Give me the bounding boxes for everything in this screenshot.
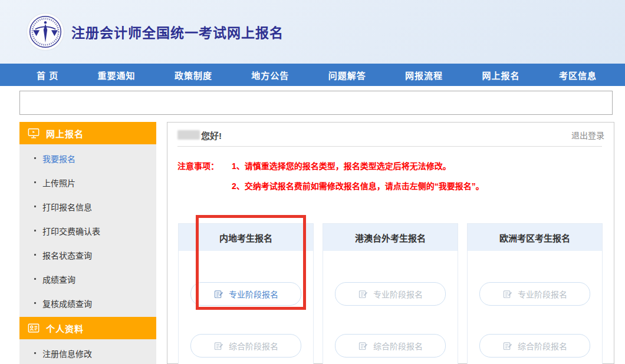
bullet-icon (34, 157, 36, 159)
nav-item-registration-process[interactable]: 网报流程 (405, 69, 443, 81)
sidebar-section-title: 网上报名 (46, 127, 84, 140)
card-europe-exam-area-candidates: 欧洲考区考生报名 专业阶段报名 综合阶段报名 (467, 223, 603, 364)
sidebar-item-upload-photo[interactable]: 上传照片 (19, 170, 156, 194)
professional-stage-button[interactable]: 专业阶段报名 (335, 282, 446, 306)
sidebar-item-score-query[interactable]: 成绩查询 (19, 267, 156, 291)
main-panel: 您好! 退出登录 注意事项： 1、请慎重选择您的报名类型，报名类型选定后将无法修… (167, 122, 614, 364)
id-card-icon (27, 322, 40, 335)
greeting-text: 您好! (201, 129, 222, 141)
nav-item-exam-area-info[interactable]: 考区信息 (559, 69, 597, 81)
comprehensive-stage-button[interactable]: 综合阶段报名 (190, 334, 301, 358)
document-edit-icon (502, 341, 512, 351)
greeting-bar: 您好! 退出登录 (167, 123, 614, 146)
nav-item-home[interactable]: 首 页 (37, 69, 58, 81)
notice-line-2: 2、交纳考试报名费前如需修改报名信息，请点击左侧的“我要报名”。 (232, 180, 484, 191)
nav-item-online-registration[interactable]: 网上报名 (482, 69, 520, 81)
comprehensive-stage-button[interactable]: 综合阶段报名 (335, 334, 446, 358)
sidebar-item-registration-status-query[interactable]: 报名状态查询 (19, 243, 156, 267)
registration-cards: 内地考生报名 专业阶段报名 综合阶段报名 (167, 191, 614, 364)
site-header: 注册会计师全国统一考试网上报名 (0, 0, 625, 64)
bullet-icon (34, 352, 36, 354)
bullet-icon (34, 278, 36, 280)
nav-item-important-notices[interactable]: 重要通知 (98, 69, 136, 81)
sidebar-section-online-registration: 网上报名 (19, 122, 156, 144)
sidebar-section-personal-info: 个人资料 (19, 317, 156, 339)
notice-lines: 1、请慎重选择您的报名类型，报名类型选定后将无法修改。 2、交纳考试报名费前如需… (232, 160, 484, 191)
document-edit-icon (358, 289, 368, 299)
sidebar-item-i-want-to-register[interactable]: 我要报名 (19, 146, 156, 170)
notice-block: 注意事项： 1、请慎重选择您的报名类型，报名类型选定后将无法修改。 2、交纳考试… (167, 147, 614, 191)
professional-stage-button[interactable]: 专业阶段报名 (479, 282, 590, 306)
card-hk-macau-taiwan-foreign-candidates: 港澳台外考生报名 专业阶段报名 综合阶段报名 (323, 223, 458, 364)
empty-notice-box (19, 91, 613, 115)
card-title: 内地考生报名 (179, 224, 313, 251)
bullet-icon (34, 302, 36, 304)
sidebar-menu: 我要报名 上传照片 打印报名信息 打印交费确认表 报名状态查询 成绩查询 复核成… (19, 144, 156, 317)
monitor-icon (27, 127, 40, 140)
sidebar-section-title: 个人资料 (46, 322, 84, 335)
cicpa-logo-icon (27, 14, 64, 50)
sidebar-item-print-payment-confirmation[interactable]: 打印交费确认表 (19, 219, 156, 243)
professional-stage-button[interactable]: 专业阶段报名 (190, 282, 301, 306)
document-edit-icon (213, 289, 223, 299)
comprehensive-stage-button[interactable]: 综合阶段报名 (479, 334, 590, 358)
logout-button[interactable]: 退出登录 (571, 129, 604, 141)
document-edit-icon (358, 341, 368, 351)
sidebar-item-print-registration-info[interactable]: 打印报名信息 (19, 194, 156, 219)
nav-item-faq[interactable]: 问题解答 (328, 69, 366, 81)
page-title: 注册会计师全国统一考试网上报名 (71, 22, 284, 42)
sidebar-menu: 注册信息修改 (19, 339, 156, 364)
sidebar-item-modify-registration-info[interactable]: 注册信息修改 (19, 341, 156, 364)
main-nav: 首 页 重要通知 政策制度 地方公告 问题解答 网报流程 网上报名 考区信息 (0, 64, 625, 86)
bullet-icon (34, 254, 36, 256)
document-edit-icon (213, 341, 223, 351)
nav-item-local-announcements[interactable]: 地方公告 (251, 69, 289, 81)
sidebar: 网上报名 我要报名 上传照片 打印报名信息 打印交费确认表 报名状态查询 成绩查… (19, 122, 156, 364)
bullet-icon (34, 181, 36, 183)
document-edit-icon (502, 289, 512, 299)
redacted-username (177, 130, 200, 140)
nav-item-policies[interactable]: 政策制度 (175, 69, 212, 81)
bullet-icon (34, 206, 36, 207)
card-title: 港澳台外考生报名 (323, 224, 458, 251)
page: 注册会计师全国统一考试网上报名 首 页 重要通知 政策制度 地方公告 问题解答 … (0, 0, 625, 364)
sidebar-item-score-review-query[interactable]: 复核成绩查询 (19, 291, 156, 315)
scales-emblem-icon (28, 15, 63, 49)
notice-label: 注意事项： (177, 160, 219, 191)
bullet-icon (34, 230, 36, 231)
card-title: 欧洲考区考生报名 (468, 224, 602, 251)
card-mainland-candidates: 内地考生报名 专业阶段报名 综合阶段报名 (178, 223, 314, 364)
notice-line-1: 1、请慎重选择您的报名类型，报名类型选定后将无法修改。 (232, 160, 484, 171)
